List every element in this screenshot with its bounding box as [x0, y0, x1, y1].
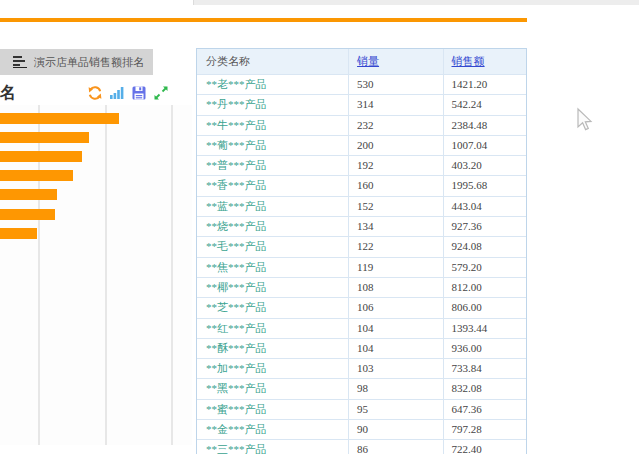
category-cell[interactable]: **毛***产品	[197, 237, 348, 256]
qty-cell: 314	[348, 95, 442, 114]
chart-bar	[0, 151, 82, 162]
amount-cell: 733.84	[443, 359, 527, 378]
chart-bar	[0, 209, 55, 220]
category-cell[interactable]: **普***产品	[197, 156, 348, 175]
qty-cell: 95	[348, 400, 442, 419]
amount-cell: 1421.20	[443, 75, 527, 94]
amount-cell: 1995.68	[443, 176, 527, 195]
chart-toolbar	[87, 85, 169, 101]
category-cell[interactable]: **蜜***产品	[197, 400, 348, 419]
qty-cell: 530	[348, 75, 442, 94]
qty-cell: 200	[348, 136, 442, 155]
qty-cell: 119	[348, 258, 442, 277]
amount-cell: 403.20	[443, 156, 527, 175]
chart-bar	[0, 170, 73, 181]
category-cell[interactable]: **黑***产品	[197, 379, 348, 398]
refresh-icon[interactable]	[87, 85, 103, 101]
category-cell[interactable]: **金***产品	[197, 420, 348, 439]
amount-cell: 2384.48	[443, 116, 527, 135]
amount-cell: 1393.44	[443, 319, 527, 338]
category-cell[interactable]: **加***产品	[197, 359, 348, 378]
table-row: **黑***产品 98 832.08	[197, 378, 526, 398]
amount-cell: 722.40	[443, 440, 527, 454]
table-row: **毛***产品 122 924.08	[197, 236, 526, 256]
table-row: **老***产品 530 1421.20	[197, 74, 526, 94]
qty-cell: 122	[348, 237, 442, 256]
category-cell[interactable]: **老***产品	[197, 75, 348, 94]
top-toolbar-edge	[193, 0, 639, 5]
amount-cell: 927.36	[443, 217, 527, 236]
qty-cell: 90	[348, 420, 442, 439]
qty-cell: 134	[348, 217, 442, 236]
qty-cell: 104	[348, 319, 442, 338]
column-header-category: 分类名称	[197, 49, 348, 74]
qty-cell: 152	[348, 197, 442, 216]
amount-cell: 443.04	[443, 197, 527, 216]
table-row: **酥***产品 104 936.00	[197, 338, 526, 358]
table-row: **焦***产品 119 579.20	[197, 257, 526, 277]
category-cell[interactable]: **红***产品	[197, 319, 348, 338]
column-header-qty: 销量	[348, 49, 442, 74]
amount-cell: 797.28	[443, 420, 527, 439]
category-cell[interactable]: **蓝***产品	[197, 197, 348, 216]
sort-qty-link[interactable]: 销量	[357, 55, 379, 67]
amount-cell: 806.00	[443, 298, 527, 317]
category-cell[interactable]: **丹***产品	[197, 95, 348, 114]
save-icon[interactable]	[131, 85, 147, 101]
category-cell[interactable]: **香***产品	[197, 176, 348, 195]
category-cell[interactable]: **牛***产品	[197, 116, 348, 135]
table-row: **蜜***产品 95 647.36	[197, 399, 526, 419]
qty-cell: 86	[348, 440, 442, 454]
qty-cell: 192	[348, 156, 442, 175]
chart-bar	[0, 228, 37, 239]
table-row: **普***产品 192 403.20	[197, 155, 526, 175]
amount-cell: 542.24	[443, 95, 527, 114]
chart-bar	[0, 132, 89, 143]
qty-cell: 232	[348, 116, 442, 135]
table-row: **椰***产品 108 812.00	[197, 277, 526, 297]
amount-cell: 924.08	[443, 237, 527, 256]
mouse-pointer-icon	[575, 107, 595, 135]
orange-accent-line	[0, 18, 527, 22]
qty-cell: 160	[348, 176, 442, 195]
bar-chart-icon[interactable]	[109, 85, 125, 101]
amount-cell: 579.20	[443, 258, 527, 277]
category-cell[interactable]: **葡***产品	[197, 136, 348, 155]
table-row: **红***产品 104 1393.44	[197, 318, 526, 338]
qty-cell: 103	[348, 359, 442, 378]
chart-gridline	[105, 105, 107, 445]
chart-title-fragment: 名	[0, 83, 17, 104]
table-row: **丹***产品 314 542.24	[197, 94, 526, 114]
chart-gridline	[171, 105, 173, 445]
table-row: **金***产品 90 797.28	[197, 419, 526, 439]
amount-cell: 647.36	[443, 400, 527, 419]
bar-chart	[0, 105, 192, 445]
category-cell[interactable]: **芝***产品	[197, 298, 348, 317]
expand-icon[interactable]	[153, 85, 169, 101]
amount-cell: 812.00	[443, 278, 527, 297]
qty-cell: 104	[348, 339, 442, 358]
qty-cell: 108	[348, 278, 442, 297]
column-header-amount: 销售额	[443, 49, 527, 74]
table-row: **香***产品 160 1995.68	[197, 175, 526, 195]
widget-title: 演示店单品销售额排名	[34, 55, 144, 70]
category-cell[interactable]: **椰***产品	[197, 278, 348, 297]
category-cell[interactable]: **酥***产品	[197, 339, 348, 358]
amount-cell: 832.08	[443, 379, 527, 398]
qty-cell: 98	[348, 379, 442, 398]
table-row: **三***产品 86 722.40	[197, 439, 526, 454]
amount-cell: 1007.04	[443, 136, 527, 155]
chart-bar	[0, 189, 57, 200]
table-row: **牛***产品 232 2384.48	[197, 115, 526, 135]
table-row: **蓝***产品 152 443.04	[197, 196, 526, 216]
category-cell[interactable]: **焦***产品	[197, 258, 348, 277]
chart-bar	[0, 113, 119, 124]
sort-amount-link[interactable]: 销售额	[452, 55, 485, 67]
table-row: **芝***产品 106 806.00	[197, 297, 526, 317]
table-row: **葡***产品 200 1007.04	[197, 135, 526, 155]
category-cell[interactable]: **三***产品	[197, 440, 348, 454]
table-row: **烧***产品 134 927.36	[197, 216, 526, 236]
widget-header[interactable]: 演示店单品销售额排名	[0, 49, 153, 75]
table-row: **加***产品 103 733.84	[197, 358, 526, 378]
category-cell[interactable]: **烧***产品	[197, 217, 348, 236]
